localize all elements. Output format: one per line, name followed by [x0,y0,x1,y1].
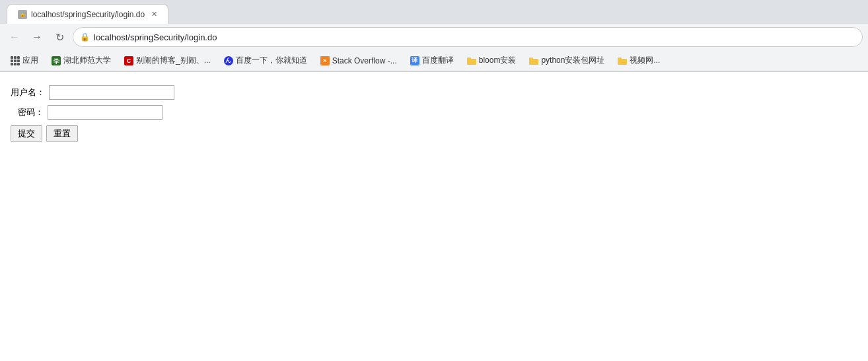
bookmark-baidufanyi[interactable]: 译 百度翻译 [405,53,459,68]
address-bar-row: ← → ↻ 🔒 localhost/springSecurity/login.d… [0,24,868,50]
bookmark-video[interactable]: 视频网... [612,53,665,68]
password-row: 密码： [11,105,857,120]
svg-rect-14 [529,58,533,60]
button-row: 提交 重置 [11,125,857,142]
video-folder-icon [618,56,627,65]
stackoverflow-label: Stack Overflow -... [332,56,397,65]
stackoverflow-favicon: S [320,56,330,65]
translate-favicon: 译 [410,56,419,65]
bookmark-hubei[interactable]: 学 湖北师范大学 [46,53,116,68]
apps-label: 应用 [22,55,38,66]
svg-rect-4 [14,60,17,62]
password-input[interactable] [48,105,163,120]
tab-title: localhost/springSecurity/login.do [31,10,145,19]
csdn-favicon: C [124,56,133,65]
svg-rect-6 [11,63,13,65]
svg-rect-1 [14,56,17,59]
reset-button[interactable]: 重置 [46,125,78,142]
hubei-favicon: 学 [52,56,61,65]
svg-text:学: 学 [54,58,59,65]
baidufanyi-label: 百度翻译 [422,55,454,66]
submit-button[interactable]: 提交 [11,125,42,142]
svg-rect-5 [17,60,20,62]
python-label: python安装包网址 [541,55,604,66]
page-content: 用户名： 密码： 提交 重置 [0,72,868,155]
bloom-label: bloom安装 [479,55,517,66]
bookmark-stackoverflow[interactable]: S Stack Overflow -... [315,54,402,67]
svg-rect-3 [11,60,13,62]
reload-button[interactable]: ↻ [50,28,69,46]
bloom-folder-icon [467,56,476,65]
bookmarks-bar: 应用 学 湖北师范大学 C 别闹的博客_别闹、... ん 百度一下，你就知 [0,50,868,71]
svg-rect-12 [467,58,471,60]
tab-close-button[interactable]: ✕ [151,10,157,19]
svg-rect-2 [17,56,20,59]
address-text: localhost/springSecurity/login.do [94,32,855,42]
password-label: 密码： [11,106,44,118]
username-row: 用户名： [11,85,857,100]
baidu-label: 百度一下，你就知道 [236,55,307,66]
video-label: 视频网... [630,55,660,66]
active-tab[interactable]: 🔒 localhost/springSecurity/login.do ✕ [7,4,168,24]
browser-chrome: 🔒 localhost/springSecurity/login.do ✕ ← … [0,0,868,72]
baidu-favicon: ん [224,56,233,65]
csdn-label: 别闹的博客_别闹、... [136,55,211,66]
python-folder-icon [529,56,538,65]
tab-bar: 🔒 localhost/springSecurity/login.do ✕ [0,0,868,24]
address-bar-container[interactable]: 🔒 localhost/springSecurity/login.do [73,27,863,47]
svg-rect-8 [17,63,20,65]
tab-favicon: 🔒 [18,10,27,19]
back-icon: ← [9,31,20,43]
hubei-label: 湖北师范大学 [63,55,111,66]
svg-rect-16 [618,58,622,60]
apps-grid-icon [11,56,20,65]
bookmark-apps[interactable]: 应用 [5,53,44,68]
username-input[interactable] [49,85,174,100]
lock-icon: 🔒 [80,32,90,42]
reload-icon: ↻ [55,31,64,44]
forward-icon: → [32,31,42,43]
bookmark-baidu[interactable]: ん 百度一下，你就知道 [219,53,312,68]
back-button[interactable]: ← [5,28,24,46]
forward-button[interactable]: → [28,28,46,46]
bookmark-bloom[interactable]: bloom安装 [462,53,522,68]
bookmark-python[interactable]: python安装包网址 [524,53,610,68]
username-label: 用户名： [11,87,45,99]
bookmark-csdn[interactable]: C 别闹的博客_别闹、... [119,53,216,68]
svg-rect-7 [14,63,17,65]
svg-rect-0 [11,56,13,59]
